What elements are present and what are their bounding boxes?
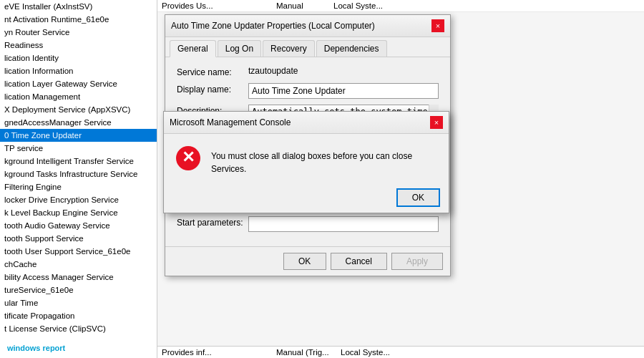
start-params-label: Start parameters: [177,216,248,228]
services-top-row: Provides Us... Manual Local Syste... [157,0,644,12]
properties-title: Auto Time Zone Updater Properties (Local… [171,21,375,31]
tab-recovery[interactable]: Recovery [263,40,315,57]
mmc-dialog: Microsoft Management Console × ✕ You mus… [163,111,449,213]
list-item[interactable]: TP service [0,142,157,155]
display-name-label: Display name: [177,83,248,95]
list-item[interactable]: gnedAccessManager Service [0,116,157,129]
ok-button[interactable]: OK [283,253,326,270]
list-item[interactable]: tooth User Support Service_61e0e [0,245,157,258]
apply-button[interactable]: Apply [391,253,443,270]
list-item[interactable]: lication Information [0,64,157,77]
list-item[interactable]: Readiness [0,39,157,52]
list-item[interactable]: kground Tasks Infrastructure Service [0,168,157,180]
error-icon: ✕ [175,145,201,171]
tab-logon[interactable]: Log On [218,40,261,57]
list-item[interactable]: tooth Audio Gateway Service [0,219,157,232]
mmc-message: You must close all dialog boxes before y… [211,145,437,175]
list-item[interactable]: nt Activation Runtime_61e0e [0,13,157,26]
list-item[interactable]: ular Time [0,296,157,309]
list-item[interactable]: X Deployment Service (AppXSVC) [0,103,157,116]
list-item[interactable]: chCache [0,258,157,271]
list-item[interactable]: yn Router Service [0,26,157,39]
tab-dependencies[interactable]: Dependencies [316,40,387,57]
list-item[interactable]: lication Layer Gateway Service [0,77,157,90]
col-desc: Provides Us... [162,1,276,10]
list-item[interactable]: tificate Propagation [0,309,157,322]
display-name-input[interactable] [248,83,439,99]
service-name-label: Service name: [177,66,248,77]
list-item[interactable]: kground Intelligent Transfer Service [0,155,157,168]
mmc-body: ✕ You must close all dialog boxes before… [164,134,449,183]
svg-text:✕: ✕ [182,148,195,166]
properties-close-button[interactable]: × [431,19,444,32]
list-item[interactable]: k Level Backup Engine Service [0,206,157,219]
services-list: eVE Installer (AxInstSV) nt Activation R… [0,0,157,358]
mmc-title: Microsoft Management Console [170,117,291,127]
list-item[interactable]: bility Access Manager Service [0,271,157,284]
start-params-input[interactable] [248,216,439,232]
watermark: windows report [7,344,65,352]
mmc-footer: OK [164,183,449,213]
mmc-titlebar: Microsoft Management Console × [164,112,449,134]
properties-footer: OK Cancel Apply [165,246,450,276]
services-bottom-row: Provides inf... Manual (Trig... Local Sy… [157,346,644,358]
list-item[interactable]: lication Identity [0,52,157,64]
tab-general[interactable]: General [170,40,216,57]
list-item[interactable]: lication Management [0,90,157,103]
service-name-value: tzautoupdate [248,66,439,76]
mmc-close-button[interactable]: × [430,116,443,129]
list-item[interactable]: locker Drive Encryption Service [0,193,157,206]
display-name-row: Display name: [177,83,439,99]
col-startup: Local Syste... [333,1,398,10]
cancel-button[interactable]: Cancel [331,253,387,270]
start-params-row: Start parameters: [177,216,439,232]
list-item[interactable]: tooth Support Service [0,232,157,245]
list-item[interactable]: tureService_61e0e [0,284,157,296]
list-item-selected[interactable]: 0 Time Zone Updater [0,129,157,142]
list-item[interactable]: t License Service (ClipSVC) [0,322,157,335]
bottom-col-desc: Provides inf... [162,348,276,357]
bottom-col-status: Manual (Trig... [276,348,341,357]
col-status: Manual [276,1,333,10]
list-item[interactable]: Filtering Engine [0,180,157,193]
service-name-row: Service name: tzautoupdate [177,66,439,77]
properties-titlebar: Auto Time Zone Updater Properties (Local… [165,15,450,37]
list-item[interactable]: eVE Installer (AxInstSV) [0,0,157,13]
bottom-col-startup: Local Syste... [341,348,405,357]
properties-tabs: General Log On Recovery Dependencies [165,37,450,57]
mmc-ok-button[interactable]: OK [396,188,440,207]
